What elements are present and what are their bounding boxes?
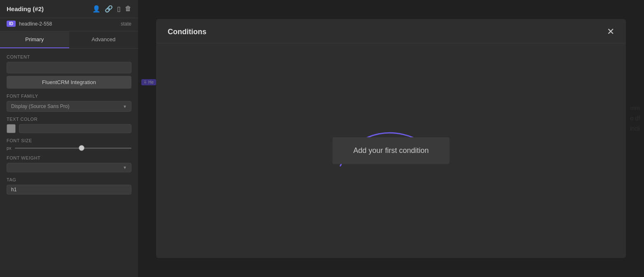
font-weight-label: Font Weight bbox=[7, 155, 131, 160]
main-area: ⠿ He mm o df incli Conditions ✕ bbox=[138, 0, 644, 277]
px-label: px bbox=[7, 146, 12, 150]
sidebar-title: Heading (#2) bbox=[7, 5, 44, 12]
modal-overlay: Conditions ✕ Add your first condition bbox=[138, 0, 644, 277]
font-family-dropdown[interactable]: Display (Source Sans Pro) ▼ bbox=[7, 101, 131, 112]
color-swatch[interactable] bbox=[7, 124, 16, 133]
color-input-bar[interactable] bbox=[19, 124, 131, 133]
content-section-label: Content bbox=[7, 54, 131, 59]
conditions-modal: Conditions ✕ Add your first condition bbox=[156, 19, 626, 258]
sidebar-content: Content FluentCRM Integration Font Famil… bbox=[0, 49, 138, 277]
font-size-slider[interactable] bbox=[15, 148, 131, 149]
copy-icon[interactable]: ▯ bbox=[117, 5, 121, 13]
tag-value[interactable]: h1 bbox=[7, 185, 131, 195]
trash-icon[interactable]: 🗑 bbox=[125, 5, 131, 13]
modal-header: Conditions ✕ bbox=[156, 19, 626, 43]
content-block-button[interactable]: FluentCRM Integration bbox=[7, 76, 131, 89]
font-weight-dropdown[interactable]: ▼ bbox=[7, 163, 131, 172]
id-value: headline-2-558 bbox=[19, 21, 117, 27]
sidebar-header: Heading (#2) 👤 🔗 ▯ 🗑 bbox=[0, 0, 138, 18]
modal-body: Add your first condition bbox=[156, 43, 626, 258]
text-color-row bbox=[7, 124, 131, 133]
chevron-down-icon-2: ▼ bbox=[123, 165, 127, 170]
chevron-down-icon: ▼ bbox=[123, 104, 127, 109]
header-icons: 👤 🔗 ▯ 🗑 bbox=[92, 5, 131, 13]
sidebar-tabs: Primary Advanced bbox=[0, 31, 138, 49]
add-condition-button[interactable]: Add your first condition bbox=[333, 137, 449, 164]
text-color-label: Text Color bbox=[7, 117, 131, 122]
sidebar: Heading (#2) 👤 🔗 ▯ 🗑 ID headline-2-558 s… bbox=[0, 0, 138, 277]
id-row: ID headline-2-558 state bbox=[0, 18, 138, 31]
person-icon[interactable]: 👤 bbox=[92, 5, 101, 13]
font-size-row: px bbox=[7, 146, 131, 150]
content-text-input[interactable] bbox=[7, 62, 131, 73]
tab-advanced[interactable]: Advanced bbox=[69, 31, 138, 48]
link-icon[interactable]: 🔗 bbox=[105, 5, 113, 13]
state-label: state bbox=[121, 21, 131, 27]
modal-close-button[interactable]: ✕ bbox=[607, 27, 614, 36]
font-size-label: Font Size bbox=[7, 138, 131, 143]
slider-thumb[interactable] bbox=[79, 145, 84, 151]
font-family-value: Display (Source Sans Pro) bbox=[11, 103, 120, 109]
tab-primary[interactable]: Primary bbox=[0, 31, 69, 48]
modal-title: Conditions bbox=[168, 28, 206, 36]
id-badge: ID bbox=[7, 21, 16, 27]
font-family-label: Font Family bbox=[7, 94, 131, 99]
tag-label: Tag bbox=[7, 177, 131, 182]
